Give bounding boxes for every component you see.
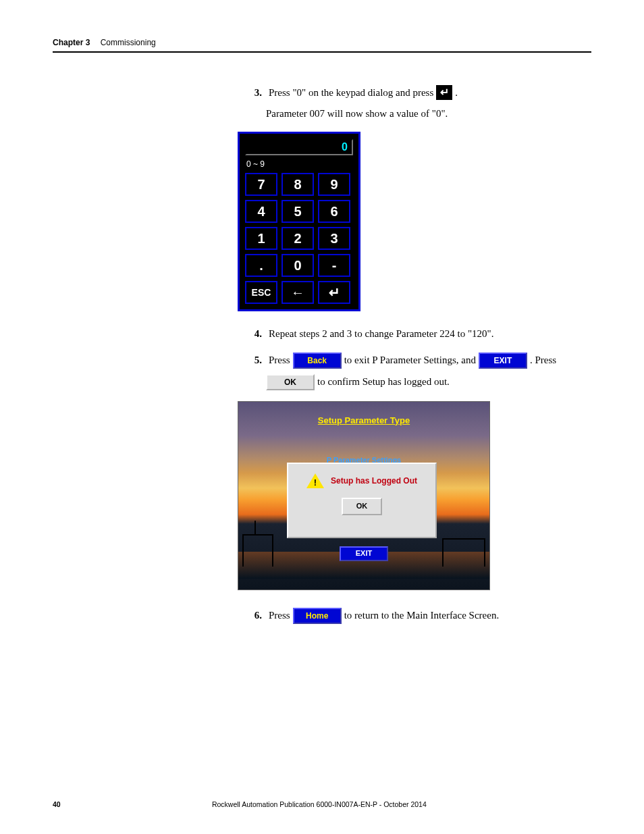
hmi-exit-button[interactable]: EXIT — [340, 546, 388, 561]
key-1[interactable]: 1 — [245, 227, 277, 250]
key-2[interactable]: 2 — [281, 227, 314, 250]
dialog-ok-button[interactable]: OK — [342, 498, 382, 515]
key-dot[interactable]: . — [245, 254, 277, 277]
step-subtext: Parameter 007 will now show a value of "… — [266, 106, 591, 122]
step-number: 3. — [247, 85, 262, 101]
key-8[interactable]: 8 — [281, 173, 314, 196]
ok-button[interactable]: OK — [266, 374, 315, 390]
key-0[interactable]: 0 — [281, 254, 314, 277]
keypad-grid: 7 8 9 4 5 6 1 2 3 . 0 - ESC ← ↵ — [245, 173, 353, 304]
publication-id: Rockwell Automation Publication 6000-IN0… — [61, 800, 578, 808]
step-3: 3. Press "0" on the keypad dialog and pr… — [247, 85, 591, 121]
key-backspace[interactable]: ← — [281, 281, 314, 304]
exit-button[interactable]: EXIT — [479, 353, 527, 369]
step-text: to confirm Setup has logged out. — [317, 374, 450, 390]
key-4[interactable]: 4 — [245, 200, 277, 223]
key-3[interactable]: 3 — [318, 227, 350, 250]
key-6[interactable]: 6 — [318, 200, 350, 223]
back-button[interactable]: Back — [293, 353, 342, 369]
dialog-message: Setup has Logged Out — [331, 475, 417, 487]
warning-icon — [306, 473, 324, 488]
page-footer: 40 Rockwell Automation Publication 6000-… — [53, 800, 591, 808]
step-number: 4. — [247, 326, 262, 342]
step-text: to exit P Parameter Settings, and — [344, 353, 476, 368]
home-button[interactable]: Home — [293, 608, 342, 624]
content-area: 3. Press "0" on the keypad dialog and pr… — [247, 85, 591, 624]
step-text: . Press — [530, 353, 556, 368]
step-text: Press — [269, 608, 290, 623]
key-minus[interactable]: - — [318, 254, 350, 277]
step-4: 4. Repeat steps 2 and 3 to change Parame… — [247, 326, 591, 342]
step-text: to return to the Main Interface Screen. — [344, 608, 499, 623]
hmi-screenshot: Setup Parameter Type P Parameter Setting… — [238, 401, 490, 590]
key-esc[interactable]: ESC — [245, 281, 277, 304]
chapter-label: Chapter 3 — [53, 38, 90, 47]
logout-dialog: Setup has Logged Out OK — [287, 463, 437, 538]
key-9[interactable]: 9 — [318, 173, 350, 196]
step-5: 5. Press Back to exit P Parameter Settin… — [247, 353, 591, 390]
page-header: Chapter 3 Commissioning — [53, 38, 591, 47]
key-enter[interactable]: ↵ — [318, 281, 350, 304]
step-text: Press "0" on the keypad dialog and press — [269, 85, 433, 101]
rig-left — [242, 534, 273, 567]
enter-icon: ↵ — [436, 85, 452, 100]
keypad-screenshot: 0 0 ~ 9 7 8 9 4 5 6 1 2 3 . 0 - ESC ← ↵ — [238, 132, 360, 311]
keypad-range-label: 0 ~ 9 — [246, 158, 353, 170]
step-number: 5. — [247, 353, 262, 368]
rig-right — [442, 538, 485, 567]
keypad-display: 0 — [245, 139, 353, 155]
page-number: 40 — [53, 800, 61, 808]
step-text: . — [455, 85, 458, 101]
step-text: Repeat steps 2 and 3 to change Parameter… — [269, 326, 493, 342]
key-7[interactable]: 7 — [245, 173, 277, 196]
step-number: 6. — [247, 608, 262, 623]
header-rule — [53, 51, 591, 53]
hmi-title: Setup Parameter Type — [238, 414, 489, 427]
key-5[interactable]: 5 — [281, 200, 314, 223]
section-title: Commissioning — [101, 38, 156, 47]
step-6: 6. Press Home to return to the Main Inte… — [247, 608, 591, 624]
step-text: Press — [269, 353, 290, 368]
